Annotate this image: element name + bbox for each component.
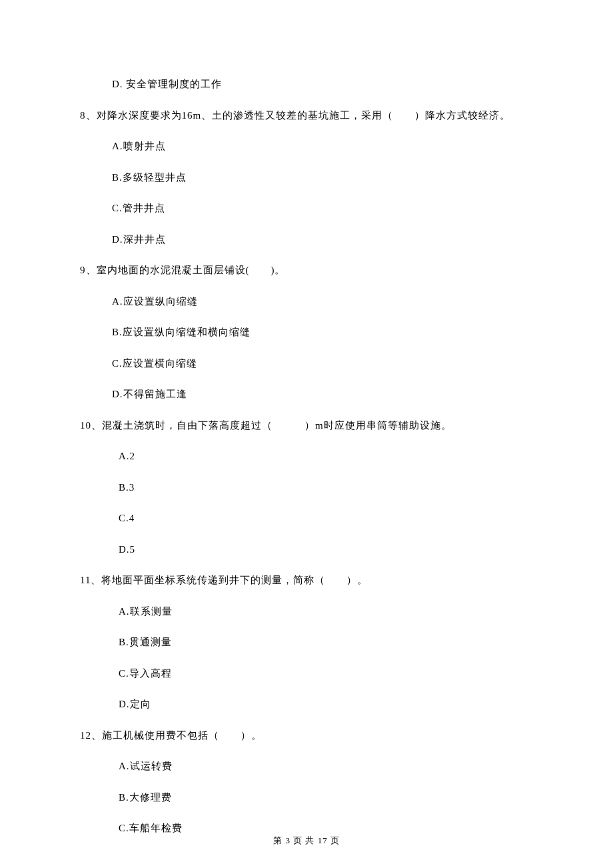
q11-option-c: C.导入高程 — [119, 666, 533, 681]
q11-option-d: D.定向 — [119, 697, 533, 712]
q9-option-b: B.应设置纵向缩缝和横向缩缝 — [112, 325, 533, 340]
q7-option-d: D. 安全管理制度的工作 — [112, 77, 533, 92]
page-content: D. 安全管理制度的工作 8、对降水深度要求为16m、土的渗透性又较差的基坑施工… — [0, 0, 613, 836]
q8-question: 8、对降水深度要求为16m、土的渗透性又较差的基坑施工，采用（ ）降水方式较经济… — [80, 108, 533, 123]
q12-question: 12、施工机械使用费不包括（ ）。 — [80, 728, 533, 743]
q12-option-a: A.试运转费 — [119, 759, 533, 774]
q12-option-b: B.大修理费 — [119, 790, 533, 805]
q10-option-b: B.3 — [119, 480, 533, 495]
q8-option-d: D.深井井点 — [112, 232, 533, 247]
q9-option-a: A.应设置纵向缩缝 — [112, 294, 533, 309]
q10-option-d: D.5 — [119, 542, 533, 557]
q10-option-a: A.2 — [119, 449, 533, 464]
q9-question: 9、室内地面的水泥混凝土面层铺设( )。 — [80, 263, 533, 278]
q10-question: 10、混凝土浇筑时，自由下落高度超过（ ）m时应使用串筒等辅助设施。 — [80, 418, 533, 433]
page-footer: 第 3 页 共 17 页 — [0, 834, 613, 847]
q9-option-d: D.不得留施工逢 — [112, 387, 533, 402]
q11-option-a: A.联系测量 — [119, 604, 533, 619]
q8-option-c: C.管井井点 — [112, 201, 533, 216]
q8-option-a: A.喷射井点 — [112, 139, 533, 154]
q9-option-c: C.应设置横向缩缝 — [112, 356, 533, 371]
q11-question: 11、将地面平面坐标系统传递到井下的测量，简称（ ）。 — [80, 573, 533, 588]
q8-option-b: B.多级轻型井点 — [112, 170, 533, 185]
q10-option-c: C.4 — [119, 511, 533, 526]
q11-option-b: B.贯通测量 — [119, 635, 533, 650]
